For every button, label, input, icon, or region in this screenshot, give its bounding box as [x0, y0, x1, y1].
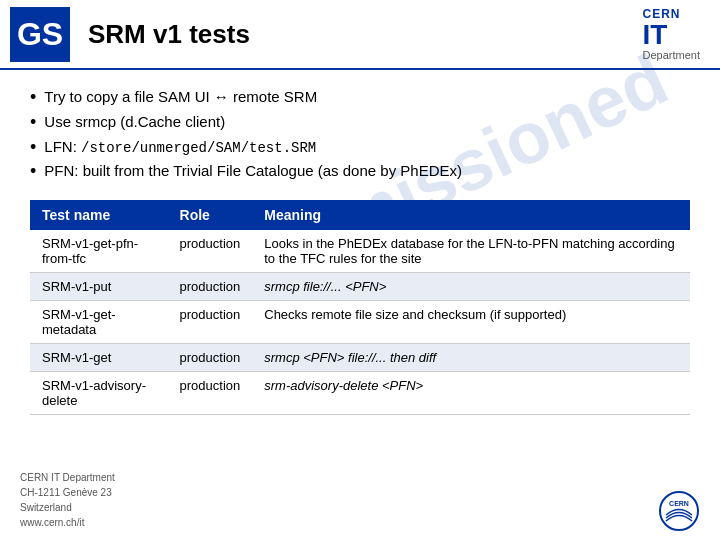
cell-meaning: srmcp file://... <PFN> — [252, 273, 690, 301]
col-header-testname: Test name — [30, 200, 168, 230]
table-header-row: Test name Role Meaning — [30, 200, 690, 230]
table-row: SRM-v1-get-pfn-from-tfcproductionLooks i… — [30, 230, 690, 273]
page-title: SRM v1 tests — [88, 19, 643, 50]
cell-role: production — [168, 301, 253, 344]
bullet-text: Use srmcp (d.Cache client) — [44, 113, 225, 130]
cell-role: production — [168, 344, 253, 372]
footer-line4: www.cern.ch/it — [20, 515, 115, 530]
footer-line1: CERN IT Department — [20, 470, 115, 485]
list-item: Try to copy a file SAM UI ↔ remote SRM — [30, 88, 690, 108]
table-row: SRM-v1-putproductionsrmcp file://... <PF… — [30, 273, 690, 301]
svg-text:CERN: CERN — [669, 500, 689, 507]
cell-role: production — [168, 273, 253, 301]
main-content: Decommissioned Try to copy a file SAM UI… — [0, 70, 720, 425]
it-text: IT — [643, 21, 668, 49]
cell-role: production — [168, 372, 253, 415]
table-row: SRM-v1-advisory-deleteproductionsrm-advi… — [30, 372, 690, 415]
cell-testname: SRM-v1-get-pfn-from-tfc — [30, 230, 168, 273]
test-table: Test name Role Meaning SRM-v1-get-pfn-fr… — [30, 200, 690, 415]
cell-meaning: Looks in the PhEDEx database for the LFN… — [252, 230, 690, 273]
cell-meaning: Checks remote file size and checksum (if… — [252, 301, 690, 344]
cern-footer-logo: CERN — [658, 490, 700, 532]
col-header-role: Role — [168, 200, 253, 230]
list-item: Use srmcp (d.Cache client) — [30, 113, 690, 133]
bullet-text: Try to copy a file SAM UI ↔ remote SRM — [44, 88, 317, 105]
bullet-text: PFN: built from the Trivial File Catalog… — [44, 162, 462, 179]
cell-testname: SRM-v1-put — [30, 273, 168, 301]
footer-line3: Switzerland — [20, 500, 115, 515]
footer-line2: CH-1211 Genève 23 — [20, 485, 115, 500]
gs-badge: GS — [10, 7, 70, 62]
table-row: SRM-v1-get-metadataproductionChecks remo… — [30, 301, 690, 344]
list-item: PFN: built from the Trivial File Catalog… — [30, 162, 690, 182]
cell-testname: SRM-v1-advisory-delete — [30, 372, 168, 415]
cell-testname: SRM-v1-get-metadata — [30, 301, 168, 344]
list-item: LFN: /store/unmerged/SAM/test.SRM — [30, 138, 690, 158]
svg-point-0 — [660, 492, 698, 530]
bullet-text: LFN: /store/unmerged/SAM/test.SRM — [44, 138, 316, 156]
dept-text: Department — [643, 49, 700, 61]
table-row: SRM-v1-getproductionsrmcp <PFN> file://.… — [30, 344, 690, 372]
cell-meaning: srm-advisory-delete <PFN> — [252, 372, 690, 415]
cern-it-logo: CERN IT Department — [643, 7, 700, 61]
cell-meaning: srmcp <PFN> file://... then diff — [252, 344, 690, 372]
col-header-meaning: Meaning — [252, 200, 690, 230]
cell-role: production — [168, 230, 253, 273]
cell-testname: SRM-v1-get — [30, 344, 168, 372]
header: GS SRM v1 tests CERN IT Department — [0, 0, 720, 70]
bullet-list: Try to copy a file SAM UI ↔ remote SRM U… — [30, 88, 690, 182]
footer: CERN IT Department CH-1211 Genève 23 Swi… — [20, 470, 115, 530]
